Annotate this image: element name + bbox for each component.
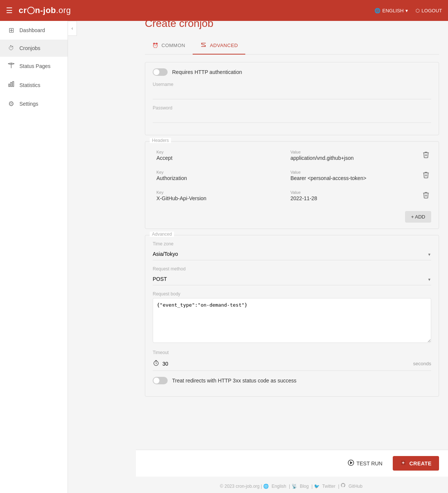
delete-header-2[interactable] (421, 170, 431, 182)
key-label-2: Key (156, 170, 277, 174)
footer-link-twitter[interactable]: Twitter (322, 484, 335, 489)
dashboard-icon: ⊞ (7, 26, 15, 34)
settings-icon: ⚙ (7, 100, 15, 108)
sidebar-item-settings[interactable]: ⚙ Settings (0, 94, 68, 113)
footer-copyright: © 2023 cron-job.org | (220, 484, 262, 489)
tab-common-label: COMMON (162, 43, 186, 48)
header-key-cell-3: Key X-GitHub-Api-Version (153, 188, 281, 204)
logout-button[interactable]: ⬡ LOGOUT (416, 8, 442, 13)
value-value-3: 2022-11-28 (290, 195, 411, 201)
svg-rect-3 (13, 81, 14, 87)
key-label-1: Key (156, 150, 277, 154)
auth-toggle-label: Requires HTTP authentication (172, 69, 242, 75)
sidebar-item-label: Statistics (19, 82, 40, 88)
tab-advanced[interactable]: ADVANCED (193, 37, 245, 55)
password-label: Password (153, 105, 431, 111)
sidebar-toggle[interactable]: ‹ (68, 21, 77, 36)
status-pages-icon (7, 62, 15, 70)
chevron-left-icon: ‹ (72, 26, 73, 31)
redirect-toggle-label: Treat redirects with HTTP 3xx status cod… (172, 378, 296, 384)
toggle-knob (153, 69, 159, 75)
request-method-field: Request method POST (153, 266, 431, 285)
header-value-cell-2: Value Bearer <personal-access-token> (287, 168, 415, 183)
timezone-select-wrapper: Asia/Tokyo (153, 248, 431, 260)
timezone-select[interactable]: Asia/Tokyo (153, 248, 431, 260)
request-body-field: Request body {"event_type":"on-demand-te… (153, 291, 431, 344)
statistics-icon (7, 81, 15, 89)
test-run-button[interactable]: TEST RUN (342, 456, 389, 470)
globe-icon: 🌐 (374, 8, 380, 13)
request-method-label: Request method (153, 266, 431, 272)
action-bar: TEST RUN CREATE (136, 450, 448, 477)
language-label: ENGLISH (382, 8, 404, 13)
create-label: CREATE (409, 461, 432, 466)
auth-toggle[interactable] (153, 68, 168, 76)
tab-common[interactable]: ⏰ COMMON (145, 37, 193, 55)
create-button[interactable]: CREATE (393, 456, 439, 471)
headers-title: Headers (150, 138, 171, 143)
header-key-cell-1: Key Accept (153, 148, 281, 163)
redirect-toggle[interactable] (153, 377, 168, 384)
key-value-2: Authorization (156, 175, 277, 181)
key-value-1: Accept (156, 155, 277, 161)
username-field: Username (153, 82, 431, 99)
auth-section: Requires HTTP authentication Username Pa… (145, 62, 439, 135)
timezone-field: Time zone Asia/Tokyo (153, 241, 431, 260)
github-icon (340, 484, 347, 489)
svg-rect-2 (11, 83, 12, 87)
value-label-1: Value (290, 150, 411, 154)
sidebar-item-label: Status Pages (19, 63, 50, 69)
request-method-select[interactable]: POST (153, 273, 431, 285)
password-field: Password (153, 105, 431, 123)
timeout-field: Timeout seconds (153, 350, 431, 371)
footer-link-github[interactable]: GitHub (349, 484, 363, 489)
advanced-tab-icon (200, 41, 207, 49)
sidebar-item-statistics[interactable]: Statistics (0, 75, 68, 94)
svg-rect-1 (9, 84, 10, 87)
nav-right: 🌐 ENGLISH ▾ ⬡ LOGOUT (374, 8, 442, 13)
logo-gear-icon (27, 7, 35, 14)
sidebar-item-label: Dashboard (19, 27, 45, 33)
username-label: Username (153, 82, 431, 87)
password-input[interactable] (153, 112, 431, 123)
auth-toggle-row: Requires HTTP authentication (153, 68, 431, 76)
rss-icon: 📡 (292, 484, 297, 489)
value-label-3: Value (290, 190, 411, 195)
add-header-button[interactable]: + ADD (405, 211, 431, 223)
play-icon (348, 459, 354, 467)
tabs: ⏰ COMMON ADVANCED (145, 37, 439, 55)
sidebar-item-status-pages[interactable]: Status Pages (0, 57, 68, 75)
redirect-toggle-row: Treat redirects with HTTP 3xx status cod… (153, 377, 431, 384)
header-row: Key X-GitHub-Api-Version Value 2022-11-2… (153, 188, 431, 204)
key-label-3: Key (156, 190, 277, 195)
delete-header-1[interactable] (421, 149, 431, 162)
twitter-icon: 🐦 (314, 484, 320, 489)
footer-link-blog[interactable]: Blog (300, 484, 309, 489)
timeout-unit-label: seconds (413, 361, 431, 366)
logout-label: LOGOUT (421, 8, 442, 13)
value-value-1: application/vnd.github+json (290, 155, 411, 161)
common-tab-icon: ⏰ (152, 43, 159, 48)
footer-link-english[interactable]: English (271, 484, 286, 489)
key-value-3: X-GitHub-Api-Version (156, 195, 277, 201)
sidebar-item-cronjobs[interactable]: ⏱ Cronjobs (0, 40, 68, 57)
header-row: Key Authorization Value Bearer <personal… (153, 168, 431, 183)
main-content: Cronjobs / Create cronjob Create cronjob… (136, 0, 448, 450)
logout-icon: ⬡ (416, 8, 420, 13)
request-body-label: Request body (153, 291, 431, 297)
menu-icon[interactable]: ☰ (6, 6, 13, 15)
request-body-textarea[interactable]: {"event_type":"on-demand-test"} (153, 298, 431, 343)
language-selector[interactable]: 🌐 ENGLISH ▾ (374, 8, 408, 13)
value-label-2: Value (290, 170, 411, 174)
delete-header-3[interactable] (421, 190, 431, 202)
username-input[interactable] (153, 89, 431, 99)
timeout-input[interactable] (162, 361, 185, 367)
sidebar-item-label: Settings (19, 101, 38, 107)
timeout-label: Timeout (153, 350, 431, 355)
header-value-cell-3: Value 2022-11-28 (287, 188, 415, 204)
value-value-2: Bearer <personal-access-token> (290, 175, 411, 181)
sidebar-item-dashboard[interactable]: ⊞ Dashboard (0, 21, 68, 40)
advanced-title: Advanced (150, 232, 174, 237)
timer-icon (153, 360, 159, 368)
headers-section: Headers Key Accept Value application/vnd… (145, 141, 439, 229)
